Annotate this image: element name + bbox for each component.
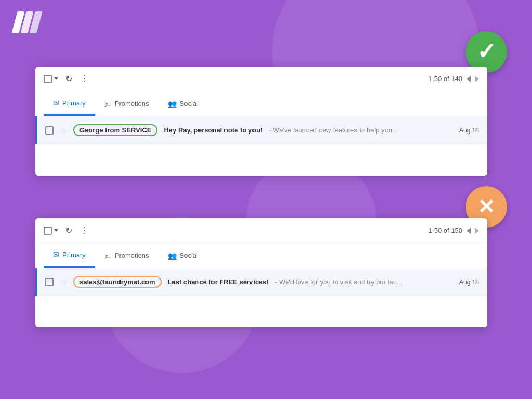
toolbar-good: ↻ ··· 1-50 of 140 xyxy=(35,66,487,91)
primary-tab-label-bad: Primary xyxy=(62,251,86,259)
promotions-tab-label-bad: Promotions xyxy=(115,251,149,259)
select-all-checkbox[interactable] xyxy=(44,75,52,83)
social-tab-icon: 👥 xyxy=(168,100,177,108)
toolbar-right-good: 1-50 of 140 xyxy=(428,75,479,83)
refresh-icon-bad[interactable]: ↻ xyxy=(65,225,72,235)
tab-primary-good[interactable]: ✉ Primary xyxy=(44,91,95,116)
more-options-icon[interactable]: ··· xyxy=(79,74,90,83)
select-all-wrapper[interactable] xyxy=(44,75,58,83)
tab-social-bad[interactable]: 👥 Social xyxy=(158,243,207,268)
tab-promotions-bad[interactable]: 🏷 Promotions xyxy=(95,243,158,268)
promotions-tab-icon: 🏷 xyxy=(104,100,112,108)
primary-tab-icon-bad: ✉ xyxy=(53,250,59,259)
promotions-tab-label: Promotions xyxy=(115,100,149,108)
select-dropdown-icon-bad[interactable] xyxy=(54,229,58,232)
promotions-tab-icon-bad: 🏷 xyxy=(104,251,112,260)
social-tab-label-bad: Social xyxy=(180,251,198,259)
toolbar-left-bad: ↻ ··· xyxy=(44,225,89,236)
email-preview-bad: - We'd love for you to visit and try our… xyxy=(275,278,453,286)
primary-tab-icon: ✉ xyxy=(53,99,59,107)
tab-promotions-good[interactable]: 🏷 Promotions xyxy=(95,91,158,116)
email-subject-good: Hey Ray, personal note to you! xyxy=(164,126,262,134)
gmail-panel-good: ↻ ··· 1-50 of 140 ✉ Primary 🏷 Promotions… xyxy=(35,66,487,176)
gmail-panel-bad: ↻ ··· 1-50 of 150 ✉ Primary 🏷 Promotions… xyxy=(35,218,487,327)
refresh-icon[interactable]: ↻ xyxy=(65,74,72,84)
star-icon-good[interactable]: ☆ xyxy=(60,125,67,135)
tabs-good: ✉ Primary 🏷 Promotions 👥 Social xyxy=(35,91,487,116)
email-subject-bad: Last chance for FREE services! xyxy=(168,278,269,286)
email-row-bad[interactable]: ☆ sales@laundrymat.com Last chance for F… xyxy=(35,268,487,296)
email-date-bad: Aug 18 xyxy=(459,278,479,286)
prev-page-icon-bad[interactable] xyxy=(467,228,471,234)
toolbar-bad: ↻ ··· 1-50 of 150 xyxy=(35,218,487,243)
social-tab-label: Social xyxy=(180,100,198,108)
sender-name-good: George from SERVICE xyxy=(73,124,157,136)
next-page-icon[interactable] xyxy=(475,76,479,82)
tab-social-good[interactable]: 👥 Social xyxy=(158,91,207,116)
email-count-good: 1-50 of 140 xyxy=(428,75,462,83)
toolbar-left-good: ↻ ··· xyxy=(44,73,89,84)
star-icon-bad[interactable]: ☆ xyxy=(60,277,67,287)
brand-logo xyxy=(15,11,39,33)
next-page-icon-bad[interactable] xyxy=(475,228,479,234)
email-row-good[interactable]: ☆ George from SERVICE Hey Ray, personal … xyxy=(35,116,487,144)
select-all-wrapper-bad[interactable] xyxy=(44,227,58,235)
toolbar-right-bad: 1-50 of 150 xyxy=(428,227,479,234)
email-count-bad: 1-50 of 150 xyxy=(428,227,462,234)
tabs-bad: ✉ Primary 🏷 Promotions 👥 Social xyxy=(35,243,487,268)
primary-tab-label: Primary xyxy=(62,99,86,107)
social-tab-icon-bad: 👥 xyxy=(168,251,177,260)
tab-primary-bad[interactable]: ✉ Primary xyxy=(44,243,95,268)
email-checkbox-bad[interactable] xyxy=(45,278,54,286)
email-date-good: Aug 18 xyxy=(459,127,479,134)
sender-name-bad: sales@laundrymat.com xyxy=(73,276,162,288)
more-options-icon-bad[interactable]: ··· xyxy=(79,225,90,235)
select-dropdown-icon[interactable] xyxy=(54,77,58,80)
select-all-checkbox-bad[interactable] xyxy=(44,227,52,235)
prev-page-icon[interactable] xyxy=(467,76,471,82)
email-preview-good: - We've launced new features to help you… xyxy=(269,126,453,134)
email-checkbox-good[interactable] xyxy=(45,126,54,135)
